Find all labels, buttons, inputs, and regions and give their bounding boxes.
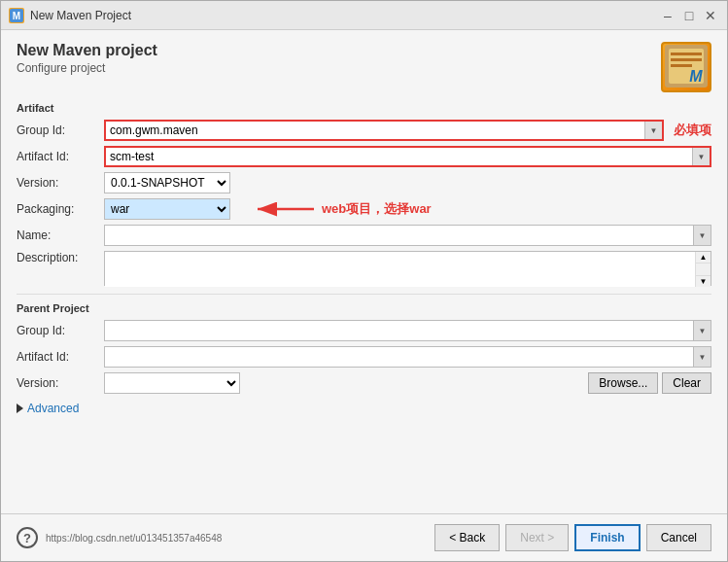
status-url-text: https://blog.csdn.net/u013451357a46548 xyxy=(46,533,222,544)
maximize-button[interactable]: □ xyxy=(680,7,698,24)
packaging-wrap: war jar pom ear xyxy=(104,198,432,220)
page-title: New Maven project xyxy=(17,42,157,59)
parent-artifact-id-label: Artifact Id: xyxy=(17,350,104,364)
war-annotation-text: web项目，选择war xyxy=(322,200,432,218)
maven-logo: M xyxy=(661,42,711,92)
parent-group-id-label: Group Id: xyxy=(17,324,104,337)
scroll-down-arrow[interactable]: ▼ xyxy=(696,275,711,287)
artifact-id-row: Artifact Id: ▼ xyxy=(17,146,711,167)
advanced-triangle-icon xyxy=(17,404,23,413)
finish-button[interactable]: Finish xyxy=(574,524,640,551)
artifact-id-dropdown-arrow[interactable]: ▼ xyxy=(692,148,710,165)
clear-button[interactable]: Clear xyxy=(662,372,711,394)
parent-section: Parent Project Group Id: ▼ Artifact Id: … xyxy=(17,302,711,394)
group-id-input-wrap: ▼ xyxy=(104,120,664,141)
parent-group-id-input[interactable] xyxy=(105,321,693,340)
parent-group-id-field-box: ▼ xyxy=(104,320,711,341)
back-button[interactable]: < Back xyxy=(434,524,500,551)
version-row: Version: 0.0.1-SNAPSHOT xyxy=(17,172,711,193)
window-title: New Maven Project xyxy=(30,9,131,22)
page-header-row: New Maven project Configure project M xyxy=(17,42,711,92)
version-label: Version: xyxy=(17,176,104,190)
version-select-wrap: 0.0.1-SNAPSHOT xyxy=(104,172,230,193)
title-bar-controls: – □ ✕ xyxy=(659,7,719,24)
name-row: Name: ▼ xyxy=(17,225,711,246)
parent-artifact-id-input[interactable] xyxy=(105,347,693,367)
description-input[interactable] xyxy=(105,252,695,287)
scroll-up-arrow[interactable]: ▲ xyxy=(696,252,711,263)
name-dropdown-arrow[interactable]: ▼ xyxy=(693,226,711,245)
group-id-input[interactable] xyxy=(106,122,644,139)
browse-button[interactable]: Browse... xyxy=(588,372,658,394)
svg-rect-4 xyxy=(671,53,702,55)
svg-text:M: M xyxy=(689,68,703,85)
name-input[interactable] xyxy=(105,226,693,245)
group-id-field-box: ▼ xyxy=(104,120,664,141)
title-bar: M New Maven Project – □ ✕ xyxy=(1,1,727,30)
required-annotation: 必填项 xyxy=(674,122,711,139)
description-label: Description: xyxy=(17,251,104,264)
svg-rect-6 xyxy=(671,64,692,67)
advanced-link[interactable]: Advanced xyxy=(27,402,79,415)
packaging-annotation: web项目，选择war xyxy=(248,198,432,220)
description-scrollbar: ▲ ▼ xyxy=(695,252,711,287)
close-button[interactable]: ✕ xyxy=(702,7,719,24)
help-button[interactable]: ? xyxy=(17,527,38,548)
version-select[interactable]: 0.0.1-SNAPSHOT xyxy=(104,172,230,193)
packaging-label: Packaging: xyxy=(17,202,104,216)
content-area: New Maven project Configure project M xyxy=(1,30,727,513)
parent-artifact-id-row: Artifact Id: ▼ xyxy=(17,346,711,368)
description-field-box: ▲ ▼ xyxy=(104,251,711,286)
artifact-id-input[interactable] xyxy=(106,148,692,165)
group-id-label: Group Id: xyxy=(17,123,104,137)
name-label: Name: xyxy=(17,228,104,242)
parent-group-id-dropdown-arrow[interactable]: ▼ xyxy=(693,321,711,340)
parent-version-select[interactable] xyxy=(104,372,240,394)
advanced-row: Advanced xyxy=(17,402,711,415)
packaging-select[interactable]: war jar pom ear xyxy=(104,198,230,220)
status-bar-url: https://blog.csdn.net/u013451357a46548 xyxy=(38,531,434,544)
group-id-row: Group Id: ▼ 必填项 xyxy=(17,120,711,141)
name-field-box: ▼ xyxy=(104,225,711,246)
artifact-id-field-box: ▼ xyxy=(104,146,711,167)
cancel-button[interactable]: Cancel xyxy=(646,524,711,551)
parent-version-controls: Browse... Clear xyxy=(104,372,711,394)
form-area: Artifact Group Id: ▼ 必填项 Artifact Id: xyxy=(17,102,711,502)
page-header: New Maven project Configure project xyxy=(17,42,157,75)
window-icon: M xyxy=(9,8,24,23)
minimize-button[interactable]: – xyxy=(659,7,676,24)
title-bar-left: M New Maven Project xyxy=(9,8,131,23)
group-id-dropdown-arrow[interactable]: ▼ xyxy=(644,122,662,139)
artifact-section-label: Artifact xyxy=(17,102,711,114)
red-arrow-icon xyxy=(248,198,316,220)
parent-version-row: Version: Browse... Clear xyxy=(17,372,711,394)
divider xyxy=(17,294,711,295)
svg-text:M: M xyxy=(13,11,20,21)
footer-left: ? xyxy=(17,527,38,548)
svg-rect-5 xyxy=(671,58,702,61)
page-subtitle: Configure project xyxy=(17,61,157,75)
parent-artifact-id-dropdown-arrow[interactable]: ▼ xyxy=(693,347,711,367)
parent-group-id-row: Group Id: ▼ xyxy=(17,320,711,341)
description-row: Description: ▲ ▼ xyxy=(17,251,711,286)
parent-version-label: Version: xyxy=(17,376,104,390)
parent-section-label: Parent Project xyxy=(17,302,711,314)
next-button[interactable]: Next > xyxy=(505,524,569,551)
parent-artifact-id-field-box: ▼ xyxy=(104,346,711,368)
artifact-id-label: Artifact Id: xyxy=(17,150,104,163)
footer: ? https://blog.csdn.net/u013451357a46548… xyxy=(1,513,727,561)
artifact-id-input-wrap: ▼ xyxy=(104,146,711,167)
main-window: M New Maven Project – □ ✕ New Maven proj… xyxy=(0,0,728,562)
footer-right: < Back Next > Finish Cancel xyxy=(434,524,711,551)
packaging-row: Packaging: war jar pom ear xyxy=(17,198,711,220)
